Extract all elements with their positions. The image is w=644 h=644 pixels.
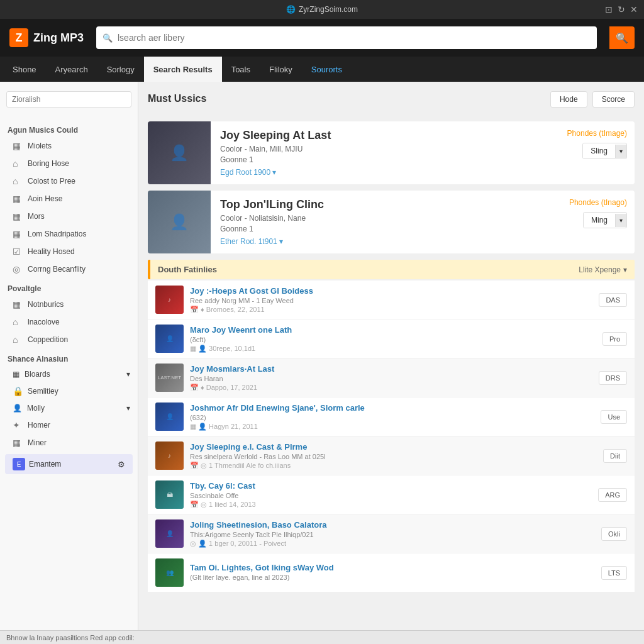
song-list-info-5: Joy Sleeping e.l. Cast & Plrme Res sinel… — [190, 442, 597, 470]
song-action-btn-6[interactable]: ARG — [598, 488, 627, 502]
sidebar-label-semlitiey: Semlitiey — [28, 387, 58, 396]
dropdown-chevron-2[interactable]: ▾ — [615, 214, 626, 227]
sidebar-item-semlitiey[interactable]: 🔒 Semlitiey — [0, 382, 138, 400]
sidebar-item-aoin[interactable]: ▦ Aoin Hese — [0, 190, 138, 208]
sidebar-label-miolets: Miolets — [28, 142, 52, 150]
song-title-4[interactable]: Joshmor Afr Dld Enewing Sjane', Slorm ca… — [190, 403, 594, 413]
sidebar-item-boring-hose[interactable]: ⌂ Boring Hose — [0, 155, 138, 172]
song-action-btn-3[interactable]: DRS — [599, 371, 627, 385]
top-buttons: Hode Scorce — [550, 91, 635, 108]
playlist-chevron-icon: ▾ — [623, 265, 627, 274]
featured-song-1: 👤 Joy Sleeping At Last Coolor - Main, Mi… — [148, 121, 635, 184]
dropdown-chevron-1[interactable]: ▾ — [615, 145, 626, 158]
thumb-icon-1: ♪ — [168, 296, 171, 303]
song-meta-5: 📅 ◎ 1 Thmendiil Ale fo ch.iiians — [190, 462, 597, 470]
song-meta-3: 📅 ♦ Dappo, 17, 2021 — [190, 384, 592, 392]
song-title-6[interactable]: Tby. Cay 6l: Cast — [190, 481, 592, 491]
dropdown-arrow-1: ▾ — [272, 168, 276, 177]
featured-song-2-btn[interactable]: Ming ▾ — [583, 212, 627, 228]
close-icon[interactable]: ✕ — [630, 4, 638, 14]
song-action-btn-8[interactable]: LTS — [601, 566, 627, 580]
song-action-btn-2[interactable]: Pro — [602, 332, 627, 346]
settings-icon[interactable]: ⚙ — [118, 460, 125, 469]
thumb-icon-5: ♪ — [168, 452, 171, 459]
featured-song-1-btn-label: Sling — [583, 143, 615, 158]
search-button[interactable]: 🔍 — [609, 26, 635, 49]
list-item: 👤 Joshmor Afr Dld Enewing Sjane', Slorm … — [148, 397, 635, 436]
song-title-8[interactable]: Tam Oi. Lightes, Got lking sWay Wod — [190, 563, 595, 572]
grid-icon-6: ▦ — [13, 370, 19, 379]
sidebar-item-mors[interactable]: ▦ Mors — [0, 208, 138, 225]
sidebar-label-colost: Colost to Pree — [28, 177, 75, 186]
featured-song-2: 👤 Top Jon'lLing Clinc Coolor - Noliatsis… — [148, 191, 635, 253]
sidebar-label-lom: Lom Shadripatios — [28, 230, 86, 238]
sidebar-item-miolets[interactable]: ▦ Miolets — [0, 137, 138, 155]
song-title-3[interactable]: Joy Mosmlars·At Last — [190, 364, 592, 374]
grid-icon-4: ▦ — [13, 229, 23, 239]
featured-song-2-artist: Coolor - Noliatsisin, Nane — [220, 214, 552, 223]
thumb-icon-6: 🏔 — [167, 491, 173, 498]
sidebar-username: Emantem — [29, 460, 61, 469]
search-input[interactable] — [118, 33, 591, 43]
search-bar: 🔍 — [96, 26, 597, 49]
chevron-down-icon-1: ▾ — [126, 370, 130, 379]
sidebar-item-colost[interactable]: ⌂ Colost to Pree — [0, 172, 138, 190]
playlist-action-text: Llite Xpenge — [579, 265, 621, 274]
sidebar-label-homer: Homer — [28, 421, 50, 430]
sidebar-item-lnacolove[interactable]: ⌂ lnacolove — [0, 313, 138, 331]
featured-song-2-promo[interactable]: Phondes (tInago) — [569, 198, 627, 207]
song-thumb-6: 🏔 — [155, 480, 184, 509]
expand-icon[interactable]: ⊡ — [605, 4, 613, 14]
song-title-2[interactable]: Maro Joy Weenrt one Lath — [190, 325, 596, 335]
song-list-info-7: Joling Sheetinesion, Baso Calatora This:… — [190, 520, 595, 548]
lock-icon: 🔒 — [13, 386, 23, 396]
sidebar-item-miner[interactable]: ▦ Miner — [0, 434, 138, 452]
sidebar-item-lom[interactable]: ▦ Lom Shadripatios — [0, 225, 138, 243]
song-action-btn-1[interactable]: DAS — [599, 293, 627, 307]
refresh-icon[interactable]: ↻ — [618, 4, 625, 14]
nav-item-search-results[interactable]: Search Results — [144, 57, 222, 82]
sidebar-item-corrng[interactable]: ◎ Corrng Becanflity — [0, 260, 138, 278]
hide-button[interactable]: Hode — [550, 91, 587, 108]
user-icon: 👤 — [13, 404, 22, 413]
nav-item-toals[interactable]: Toals — [222, 57, 260, 82]
sidebar-search-container — [0, 88, 138, 116]
grid-icon-7: ▦ — [13, 438, 23, 448]
sidebar-label-corrng: Corrng Becanflity — [28, 265, 86, 274]
nav-item-sorlogy[interactable]: Sorlogy — [97, 57, 144, 82]
sidebar-item-notnburics[interactable]: ▦ Notnburics — [0, 296, 138, 313]
sidebar-label-notnburics: Notnburics — [28, 300, 64, 309]
nav-item-fliloky[interactable]: Fliloky — [260, 57, 302, 82]
song-title-5[interactable]: Joy Sleeping e.l. Cast & Plrme — [190, 442, 597, 452]
home-icon-3: ⌂ — [13, 317, 23, 327]
featured-song-1-btn[interactable]: Sling ▾ — [582, 143, 627, 159]
playlist-action[interactable]: Llite Xpenge ▾ — [579, 265, 627, 274]
sidebar-item-coppedition[interactable]: ⌂ Coppedition — [0, 331, 138, 348]
song-subtitle-1: Ree addy Norg MM - 1 Eay Weed — [190, 297, 592, 304]
thumb-icon-4: 👤 — [166, 413, 174, 420]
sidebar-item-molly[interactable]: 👤 Molly ▾ — [0, 400, 138, 416]
playlist-section-divider: Douth Fatinlies Llite Xpenge ▾ — [148, 260, 635, 279]
featured-song-1-link-text: Egd Root 1900 — [220, 168, 270, 177]
song-subtitle-6: Sascinbale Offe — [190, 492, 592, 499]
sidebar-item-homer[interactable]: ✦ Homer — [0, 416, 138, 434]
featured-song-2-info: Top Jon'lLing Clinc Coolor - Noliatsisin… — [211, 191, 562, 253]
song-title-7[interactable]: Joling Sheetinesion, Baso Calatora — [190, 520, 595, 530]
featured-song-1-link[interactable]: Egd Root 1900 ▾ — [220, 168, 550, 177]
song-action-btn-5[interactable]: Diit — [603, 449, 627, 463]
sidebar-item-heality[interactable]: ☑ Heality Hosed — [0, 243, 138, 260]
nav-item-aryearch[interactable]: Aryearch — [46, 57, 97, 82]
nav-item-shone[interactable]: Shone — [3, 57, 46, 82]
featured-song-1-promo[interactable]: Phondes (tImage) — [567, 129, 627, 138]
song-action-btn-7[interactable]: Okli — [601, 527, 627, 541]
song-meta-6: 📅 ◎ 1 liied 14, 2013 — [190, 501, 592, 509]
sidebar-search-input[interactable] — [6, 91, 131, 108]
sidebar-item-bloards[interactable]: ▦ Bloards ▾ — [0, 366, 138, 382]
song-action-btn-4[interactable]: Use — [601, 410, 627, 424]
featured-song-2-link[interactable]: Ether Rod. 1t901 ▾ — [220, 237, 552, 246]
sidebar-user[interactable]: E Emantem ⚙ — [5, 454, 133, 474]
song-title-1[interactable]: Joy :-Hoeps At Gost Gl Boidess — [190, 286, 592, 296]
score-button[interactable]: Scorce — [592, 91, 635, 108]
person-silhouette-2: 👤 — [148, 191, 211, 253]
nav-item-sourorts[interactable]: Sourorts — [302, 57, 352, 82]
